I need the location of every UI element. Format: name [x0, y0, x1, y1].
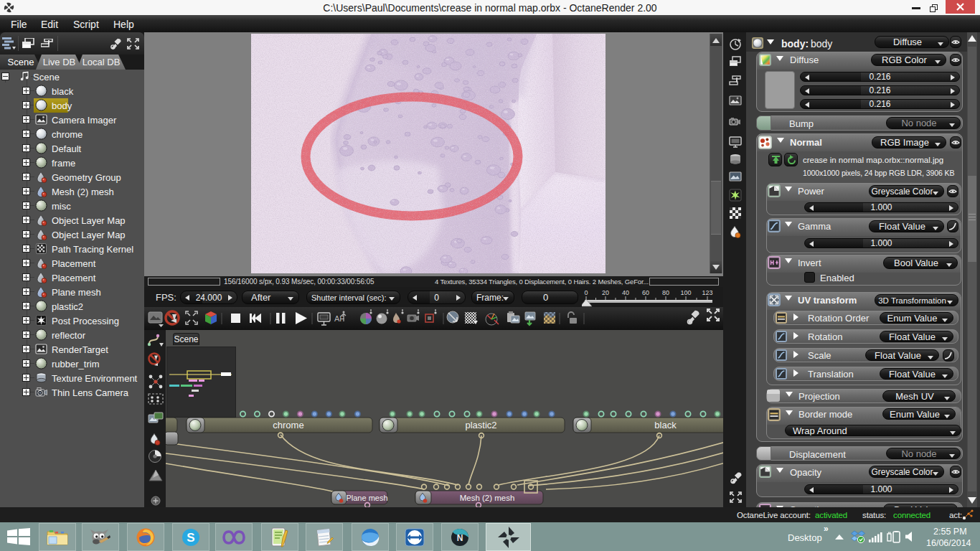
svg-text:20: 20 [602, 289, 609, 296]
svg-text:40: 40 [622, 289, 629, 296]
svg-text:black: black [654, 420, 677, 430]
svg-text:Plane mesh: Plane mesh [346, 494, 387, 502]
svg-text:N: N [457, 533, 463, 543]
svg-text:plastic2: plastic2 [465, 420, 496, 430]
svg-text:Mesh (2) mesh: Mesh (2) mesh [460, 494, 515, 502]
svg-text:S: S [187, 531, 194, 545]
svg-text:80: 80 [662, 289, 669, 296]
svg-text:100: 100 [680, 289, 691, 296]
svg-text:60: 60 [642, 289, 649, 296]
svg-text:0: 0 [584, 289, 588, 296]
svg-text:chrome: chrome [273, 420, 303, 430]
svg-text:AF: AF [334, 314, 344, 323]
svg-text:123: 123 [702, 289, 712, 296]
